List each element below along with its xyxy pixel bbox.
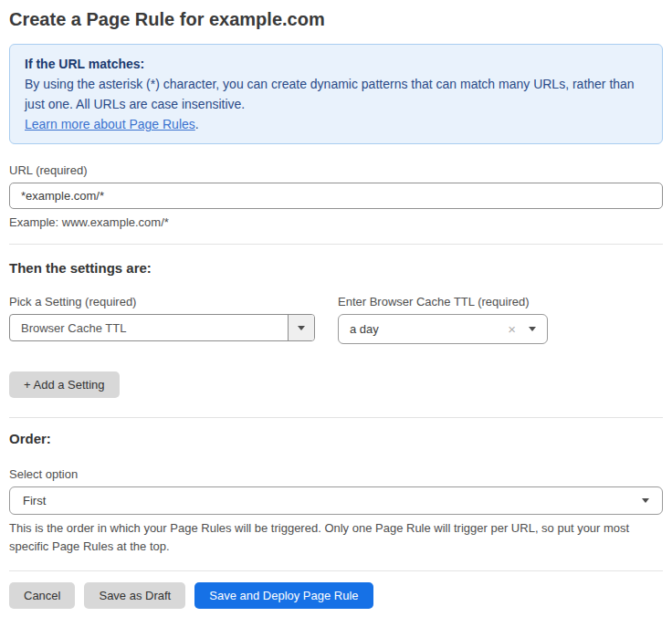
add-setting-button[interactable]: + Add a Setting	[9, 371, 120, 398]
setting-select-value: Browser Cache TTL	[10, 315, 288, 340]
form-actions: Cancel Save as Draft Save and Deploy Pag…	[9, 582, 663, 609]
learn-more-link[interactable]: Learn more about Page Rules	[25, 117, 195, 131]
url-label: URL (required)	[9, 163, 663, 177]
link-suffix: .	[195, 117, 199, 131]
divider	[9, 570, 663, 571]
ttl-column: Enter Browser Cache TTL (required) a day…	[338, 295, 548, 344]
caret-down-icon	[529, 327, 536, 331]
order-help-text: This is the order in which your Page Rul…	[9, 519, 648, 556]
setting-column: Pick a Setting (required) Browser Cache …	[9, 295, 315, 344]
caret-down-icon	[642, 498, 649, 503]
save-draft-button[interactable]: Save as Draft	[84, 582, 185, 609]
info-box-heading: If the URL matches:	[25, 54, 647, 74]
ttl-select[interactable]: a day ×	[338, 314, 548, 344]
setting-select-label: Pick a Setting (required)	[9, 295, 315, 308]
order-select-label: Select option	[9, 467, 663, 481]
create-page-rule-form: Create a Page Rule for example.com If th…	[0, 0, 672, 609]
settings-row: Pick a Setting (required) Browser Cache …	[9, 295, 663, 344]
caret-down-icon	[288, 315, 314, 340]
divider	[9, 244, 663, 245]
url-input[interactable]	[9, 183, 663, 209]
setting-select[interactable]: Browser Cache TTL	[9, 314, 315, 341]
order-section-heading: Order:	[9, 431, 663, 447]
order-select-value: First	[23, 494, 642, 507]
save-deploy-button[interactable]: Save and Deploy Page Rule	[194, 582, 373, 609]
page-title: Create a Page Rule for example.com	[9, 7, 663, 31]
ttl-select-label: Enter Browser Cache TTL (required)	[338, 295, 548, 308]
clear-icon[interactable]: ×	[508, 322, 516, 336]
order-select[interactable]: First	[9, 486, 663, 515]
url-match-info-box: If the URL matches: By using the asteris…	[9, 44, 663, 144]
info-box-body: By using the asterisk (*) character, you…	[25, 74, 647, 114]
url-example-text: Example: www.example.com/*	[9, 215, 663, 229]
divider	[9, 417, 663, 418]
settings-section-heading: Then the settings are:	[9, 260, 663, 277]
cancel-button[interactable]: Cancel	[9, 582, 75, 609]
info-link-row: Learn more about Page Rules.	[25, 114, 647, 134]
ttl-select-value: a day	[350, 322, 508, 336]
